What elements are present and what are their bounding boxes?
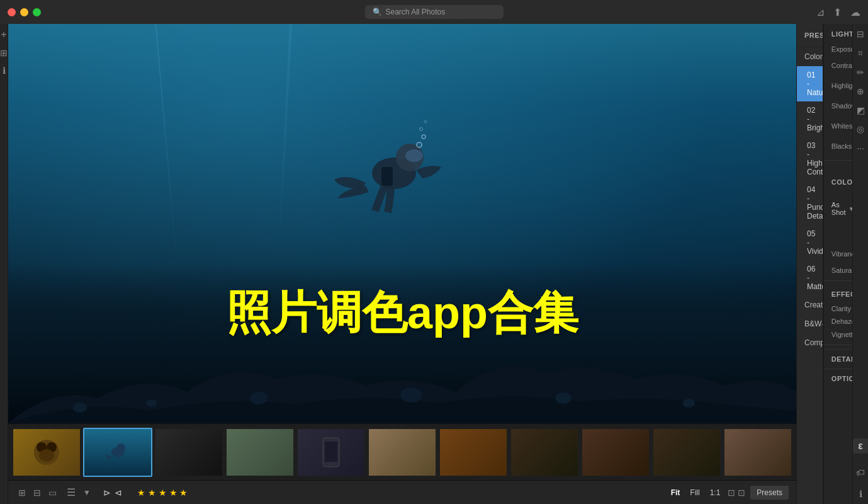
sort-icon[interactable]: ☰ xyxy=(67,486,76,498)
view-single-icon[interactable]: ▭ xyxy=(46,486,59,499)
preset-item-01-natural[interactable]: 01 - Natural xyxy=(797,66,823,101)
presets-header: PRESETS ··· ✕ xyxy=(797,24,823,47)
view-grid-icon[interactable]: ⊞ xyxy=(16,486,28,499)
preset-item-02-bright[interactable]: 02 - Bright xyxy=(797,101,823,137)
brush-icon[interactable]: ✏ xyxy=(857,67,864,77)
fill-button[interactable]: Fill xyxy=(687,487,702,498)
more-icon[interactable]: ··· xyxy=(857,143,864,153)
white-balance-row: As Shot ▼ ✒ xyxy=(824,198,852,219)
svg-point-19 xyxy=(116,444,125,452)
shadows-label: Shadows xyxy=(831,102,852,110)
vignette-label: Vignette xyxy=(831,331,852,338)
healing-icon[interactable]: ⊕ xyxy=(857,86,864,96)
presets-title: PRESETS xyxy=(804,32,823,39)
bottom-toolbar: ⊞ ⊟ ▭ ☰ ▼ ⊳ ⊲ ★ ★ ★ ★ ★ Fit Fill 1:1 ⊡ ⊡… xyxy=(8,480,796,504)
star-rating[interactable]: ★ ★ ★ ★ ★ xyxy=(137,488,188,498)
close-button[interactable] xyxy=(8,8,16,16)
flag-right-icon[interactable]: ⊲ xyxy=(115,488,122,498)
compare-right-icon[interactable]: ⊡ xyxy=(738,488,745,498)
whites-label: Whites xyxy=(831,122,852,130)
filmstrip-thumb-3[interactable] xyxy=(154,428,223,477)
preset-item-03-high-contrast[interactable]: 03 - High Contrast xyxy=(797,137,823,181)
svg-point-22 xyxy=(330,463,332,466)
center-area: 照片调色app合集 xyxy=(8,24,796,504)
svg-rect-3 xyxy=(381,167,393,186)
info-right-icon[interactable]: ℹ xyxy=(859,489,862,499)
ratio-button[interactable]: 1:1 xyxy=(707,487,723,498)
mask-icon[interactable]: ◩ xyxy=(857,105,865,115)
left-sidebar: + ⊞ ℹ xyxy=(0,24,8,504)
view-list-icon[interactable]: ⊟ xyxy=(31,486,43,499)
svg-point-10 xyxy=(250,392,268,404)
dehaze-label: Dehaze xyxy=(831,318,852,325)
saturation-slider-row: Saturation 0 xyxy=(824,264,852,277)
filter-icon[interactable]: ⊿ xyxy=(816,6,825,18)
filmstrip-thumb-10[interactable] xyxy=(652,428,721,477)
exposure-slider-row: Exposure 0 xyxy=(824,43,852,55)
effects-title: EFFECTS xyxy=(831,290,852,298)
optics-section[interactable]: OPTICS ▼ xyxy=(824,369,852,388)
divider-3 xyxy=(824,345,852,345)
preset-category-creative[interactable]: Creative ◀ xyxy=(797,295,823,314)
filmstrip-thumb-6[interactable] xyxy=(368,428,437,477)
add-icon[interactable]: + xyxy=(1,29,6,40)
preset-item-05-vivid[interactable]: 05 - Vivid xyxy=(797,225,823,260)
preset-category-color[interactable]: Color ▼ xyxy=(797,47,823,66)
search-icon: 🔍 xyxy=(373,8,382,16)
light-title: LIGHT xyxy=(831,30,852,38)
view-mode-buttons: ⊞ ⊟ ▭ xyxy=(16,486,59,499)
light-section-header: LIGHT AUTO ▼ xyxy=(824,24,852,43)
filmstrip-thumb-8[interactable] xyxy=(510,428,579,477)
preset-item-04-punchy[interactable]: 04 - Punchy Detail xyxy=(797,181,823,225)
flag-left-icon[interactable]: ⊳ xyxy=(103,488,111,498)
saturation-label: Saturation xyxy=(831,266,852,274)
svg-rect-21 xyxy=(325,442,337,462)
grid-icon[interactable]: ⊞ xyxy=(0,48,8,58)
tint-slider-row: 0 xyxy=(824,231,852,244)
blacks-slider-row: Blacks – 20 xyxy=(824,136,852,156)
svg-point-6 xyxy=(420,127,423,130)
preset-category-bw[interactable]: B&W ◀ xyxy=(797,314,823,333)
presets-button[interactable]: Presets xyxy=(750,486,789,500)
color-title: COLOR xyxy=(831,178,852,186)
filmstrip-thumb-1[interactable] xyxy=(12,428,81,477)
filmstrip-thumb-11[interactable] xyxy=(723,428,792,477)
svg-point-11 xyxy=(400,387,422,403)
crop-icon[interactable]: ⌗ xyxy=(858,48,863,59)
exposure-label: Exposure xyxy=(831,45,852,53)
sort-arrow[interactable]: ▼ xyxy=(83,488,91,497)
app-icon: ε xyxy=(853,438,868,454)
sliders-icon[interactable]: ⊟ xyxy=(857,29,864,39)
search-bar[interactable]: 🔍 Search All Photos xyxy=(365,5,504,19)
divider-2 xyxy=(824,280,852,281)
maximize-button[interactable] xyxy=(33,8,41,16)
filmstrip-thumb-7[interactable] xyxy=(439,428,508,477)
globe-icon[interactable]: ◎ xyxy=(857,124,864,134)
filmstrip-thumb-2[interactable] xyxy=(83,428,152,477)
share-icon[interactable]: ⬆ xyxy=(833,6,842,18)
clarity-label: Clarity xyxy=(831,305,852,312)
info-icon[interactable]: ℹ xyxy=(3,66,6,76)
filmstrip-thumb-5[interactable] xyxy=(296,428,366,477)
preset-category-component[interactable]: Component… xyxy=(797,333,823,352)
detail-title: DETAIL xyxy=(831,355,852,363)
filmstrip-thumb-4[interactable] xyxy=(225,428,295,477)
svg-point-2 xyxy=(405,149,423,162)
traffic-lights xyxy=(8,8,41,16)
search-placeholder: Search All Photos xyxy=(386,8,446,16)
photo-background: 照片调色app合集 xyxy=(8,24,796,423)
svg-point-13 xyxy=(682,399,695,408)
preset-item-06-matte[interactable]: 06 - Matte xyxy=(797,260,823,295)
highlights-slider-row: Highlights – 10 xyxy=(824,76,852,96)
photo-area: 照片调色app合集 xyxy=(8,24,796,423)
detail-section[interactable]: DETAIL ▼ xyxy=(824,349,852,369)
minimize-button[interactable] xyxy=(20,8,28,16)
filmstrip-thumb-9[interactable] xyxy=(581,428,650,477)
titlebar: 🔍 Search All Photos ⊿ ⬆ ☁ xyxy=(0,0,868,24)
shadows-slider-row: Shadows + 15 xyxy=(824,96,852,116)
white-balance-label: As Shot xyxy=(831,201,846,216)
fit-button[interactable]: Fit xyxy=(668,487,683,498)
cloud-icon[interactable]: ☁ xyxy=(850,6,860,18)
tag-icon[interactable]: 🏷 xyxy=(856,467,865,478)
compare-left-icon[interactable]: ⊡ xyxy=(728,488,735,498)
